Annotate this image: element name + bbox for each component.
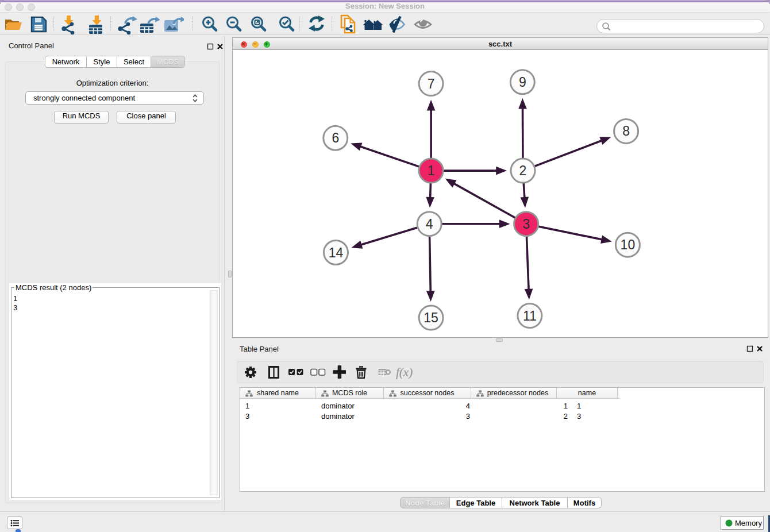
svg-text:14: 14 bbox=[329, 245, 344, 260]
svg-text:11: 11 bbox=[523, 309, 537, 323]
svg-text:4: 4 bbox=[426, 217, 433, 232]
svg-text:3: 3 bbox=[522, 217, 530, 232]
svg-text:6: 6 bbox=[332, 130, 339, 145]
svg-text:9: 9 bbox=[519, 75, 526, 90]
svg-text:7: 7 bbox=[428, 76, 435, 91]
svg-text:2: 2 bbox=[519, 163, 527, 178]
svg-text:15: 15 bbox=[424, 310, 438, 325]
svg-text:8: 8 bbox=[622, 124, 630, 138]
svg-text:10: 10 bbox=[621, 237, 636, 252]
svg-text:1: 1 bbox=[428, 163, 435, 178]
